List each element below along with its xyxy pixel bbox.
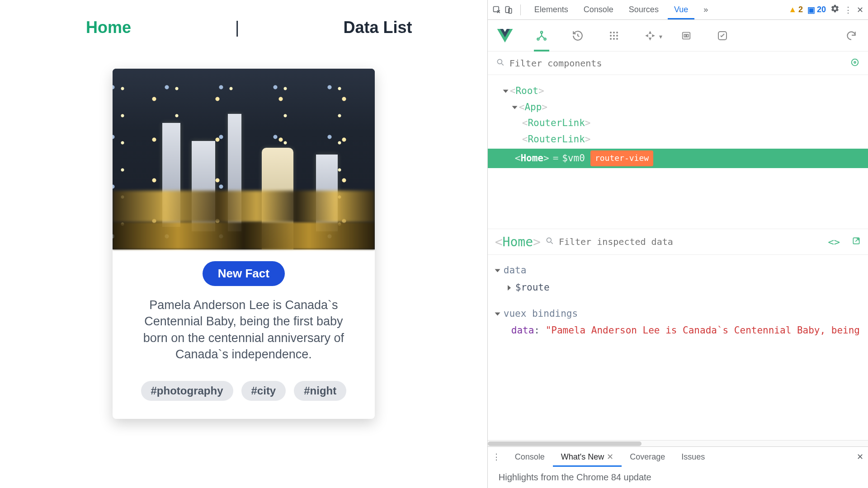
tag-night[interactable]: #night	[294, 381, 346, 401]
warning-icon: ▲	[788, 5, 797, 14]
tab-vue[interactable]: Vue	[668, 0, 694, 19]
tab-sources[interactable]: Sources	[623, 0, 665, 19]
devtools-pane: Elements Console Sources Vue » ▲ 2 ▣ 20 …	[487, 0, 868, 488]
devtools-drawer: ⋮ Console What's New✕ Coverage Issues ✕ …	[488, 446, 868, 488]
drawer-menu-icon[interactable]: ⋮	[492, 452, 500, 462]
tag-city[interactable]: #city	[241, 381, 286, 401]
vuex-binding-data[interactable]: data: "Pamela Anderson Lee is Canada`s C…	[496, 322, 860, 339]
drawer-tab-console[interactable]: Console	[507, 447, 553, 467]
app-nav: Home | Data List	[27, 18, 460, 37]
tree-node-routerlink-2[interactable]: <RouterLink>	[495, 131, 861, 148]
settings-icon[interactable]	[830, 4, 840, 15]
component-filter-bar	[488, 52, 868, 75]
drawer-tab-issues[interactable]: Issues	[673, 447, 713, 467]
svg-rect-17	[687, 34, 689, 37]
components-tab-icon[interactable]	[534, 20, 549, 52]
close-devtools-icon[interactable]: ✕	[857, 5, 863, 15]
nav-link-home[interactable]: Home	[86, 18, 131, 37]
popout-icon[interactable]	[852, 236, 861, 248]
drawer-body: Highlights from the Chrome 84 update	[488, 467, 868, 488]
nav-link-data-list[interactable]: Data List	[343, 18, 412, 37]
section-data[interactable]: data	[496, 262, 860, 279]
section-vuex-bindings[interactable]: vuex bindings	[496, 305, 860, 323]
tree-node-routerlink-1[interactable]: <RouterLink>	[495, 115, 861, 131]
svg-point-4	[537, 38, 539, 40]
svg-rect-16	[684, 34, 686, 37]
vue-toolbar: ▾	[488, 20, 868, 52]
svg-point-3	[541, 31, 542, 33]
svg-point-10	[613, 35, 615, 37]
search-icon	[545, 236, 554, 247]
drawer-tab-coverage[interactable]: Coverage	[622, 447, 673, 467]
kebab-menu-icon[interactable]: ⋮	[844, 5, 852, 15]
svg-point-19	[497, 59, 502, 64]
card-image	[113, 69, 375, 249]
message-icon: ▣	[807, 5, 815, 15]
search-icon	[496, 58, 505, 69]
drawer-tab-whats-new[interactable]: What's New✕	[553, 447, 622, 467]
nav-separator: |	[235, 18, 239, 37]
tabs-overflow[interactable]: »	[697, 0, 714, 19]
routing-icon[interactable]	[679, 28, 694, 43]
svg-point-22	[547, 238, 551, 242]
svg-point-13	[613, 38, 615, 40]
inspector-breadcrumb: <Home>	[495, 235, 541, 249]
inspector-route[interactable]: $route	[496, 279, 860, 296]
tree-node-root[interactable]: <Root>	[495, 83, 861, 99]
svg-point-21	[854, 61, 856, 63]
new-fact-button[interactable]: New Fact	[203, 261, 285, 286]
fact-card: New Fact Pamela Anderson Lee is Canada`s…	[113, 69, 375, 419]
fact-text: Pamela Anderson Lee is Canada`s Centenni…	[131, 297, 357, 363]
open-in-editor-icon[interactable]: <>	[828, 236, 840, 248]
svg-point-7	[613, 32, 615, 33]
svg-point-9	[610, 35, 612, 37]
inspector-header: <Home> <>	[488, 229, 868, 255]
select-target-icon[interactable]	[850, 57, 860, 69]
close-tab-icon[interactable]: ✕	[607, 452, 613, 462]
tag-photography[interactable]: #photography	[141, 381, 233, 401]
component-tree: <Root> <App> <RouterLink> <RouterLink> <…	[488, 75, 868, 229]
vue-logo-icon	[497, 29, 513, 42]
card-body: New Fact Pamela Anderson Lee is Canada`s…	[113, 249, 375, 419]
performance-icon[interactable]	[715, 28, 730, 43]
component-filter-input[interactable]	[509, 58, 845, 69]
tag-list: #photography #city #night	[131, 381, 357, 401]
inspect-element-icon[interactable]	[492, 5, 501, 14]
inspector-filter-input[interactable]	[559, 236, 824, 247]
devtools-topbar: Elements Console Sources Vue » ▲ 2 ▣ 20 …	[488, 0, 868, 20]
svg-point-5	[544, 38, 546, 40]
svg-point-11	[616, 35, 618, 37]
svg-point-6	[610, 32, 612, 33]
router-view-chip: router-view	[590, 150, 653, 166]
refresh-icon[interactable]	[844, 28, 859, 43]
tree-node-home-selected[interactable]: <Home> =$vm0 router-view	[488, 149, 868, 169]
app-pane: Home | Data List New Fact Pamela Anderso…	[0, 0, 487, 488]
svg-point-8	[616, 32, 618, 33]
tree-node-app[interactable]: <App>	[495, 99, 861, 116]
device-toolbar-icon[interactable]	[504, 5, 513, 14]
messages-badge[interactable]: ▣ 20	[807, 5, 826, 15]
svg-point-20	[852, 59, 859, 66]
svg-point-14	[616, 38, 618, 40]
tab-elements[interactable]: Elements	[528, 0, 575, 19]
vuex-icon[interactable]	[606, 28, 622, 43]
events-icon[interactable]: ▾	[642, 28, 658, 43]
close-drawer-icon[interactable]: ✕	[857, 452, 863, 462]
inspector-body: data $route vuex bindings data: "Pamela …	[488, 255, 868, 440]
warnings-badge[interactable]: ▲ 2	[788, 5, 803, 14]
inspector-h-scrollbar[interactable]	[488, 440, 868, 446]
tab-console[interactable]: Console	[577, 0, 620, 19]
svg-point-12	[610, 38, 612, 40]
history-icon[interactable]	[570, 28, 585, 43]
